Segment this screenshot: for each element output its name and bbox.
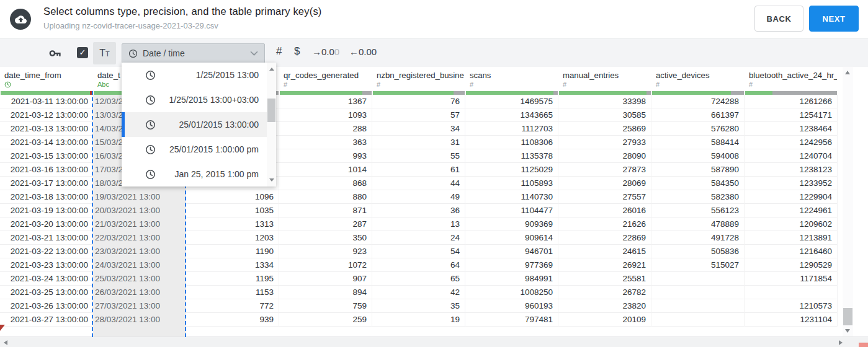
- cell[interactable]: 44: [372, 177, 465, 190]
- column-header-nzbn_registered_busine[interactable]: nzbn_registered_busine#: [372, 67, 465, 91]
- cell[interactable]: 960193: [465, 299, 558, 313]
- cell[interactable]: 36: [372, 204, 465, 217]
- cell[interactable]: 1210573: [745, 299, 838, 313]
- cell[interactable]: 1105893: [465, 177, 558, 190]
- cell[interactable]: 1014: [279, 163, 372, 177]
- cell[interactable]: 1238464: [745, 122, 838, 136]
- number-type-icon[interactable]: #: [276, 45, 282, 58]
- cell[interactable]: 584350: [651, 177, 745, 190]
- cell[interactable]: 28069: [558, 177, 651, 190]
- cell[interactable]: 2021-03-25 13:00:00: [0, 286, 93, 299]
- cell[interactable]: 1203: [186, 231, 279, 245]
- cell[interactable]: 350: [279, 231, 372, 245]
- cell[interactable]: 64: [372, 258, 465, 272]
- cell[interactable]: 880: [279, 190, 372, 204]
- cell[interactable]: 23820: [558, 299, 651, 313]
- cell[interactable]: 35: [372, 299, 465, 313]
- cell[interactable]: 26/03/2021 13:00: [93, 286, 186, 299]
- primary-key-icon[interactable]: [48, 46, 62, 63]
- cell[interactable]: 556123: [651, 204, 745, 217]
- cell[interactable]: 797481: [465, 313, 558, 327]
- cell[interactable]: 871: [279, 204, 372, 217]
- cell[interactable]: 27/03/2021 13:00: [93, 299, 186, 313]
- cell[interactable]: 61: [372, 163, 465, 177]
- cell[interactable]: 515027: [651, 258, 745, 272]
- column-header-qr_codes_generated[interactable]: qr_codes_generated#: [279, 67, 372, 91]
- cell[interactable]: 21/03/2021 13:00: [93, 217, 186, 231]
- dropdown-scrollbar[interactable]: [267, 63, 276, 187]
- cell[interactable]: 2021-03-27 13:00:00: [0, 313, 93, 327]
- cell[interactable]: 1209602: [745, 217, 838, 231]
- cell[interactable]: 1469575: [465, 95, 558, 108]
- cell[interactable]: 1229904: [745, 190, 838, 204]
- cell[interactable]: 28090: [558, 149, 651, 163]
- decrease-decimal-button[interactable]: ←0.00: [349, 46, 377, 57]
- cell[interactable]: 27873: [558, 163, 651, 177]
- cell[interactable]: 65: [372, 272, 465, 286]
- cell[interactable]: 1216460: [745, 245, 838, 258]
- cell[interactable]: 946701: [465, 245, 558, 258]
- cell[interactable]: 2021-03-26 13:00:00: [0, 299, 93, 313]
- cell[interactable]: 909369: [465, 217, 558, 231]
- cell[interactable]: 57: [372, 108, 465, 122]
- cell[interactable]: [651, 313, 745, 327]
- cell[interactable]: 478889: [651, 217, 745, 231]
- cell[interactable]: 30585: [558, 108, 651, 122]
- include-column-checkbox[interactable]: ✓: [77, 47, 88, 58]
- cell[interactable]: 42: [372, 286, 465, 299]
- cell[interactable]: 1224961: [745, 204, 838, 217]
- cell[interactable]: 2021-03-14 13:00:00: [0, 136, 93, 149]
- cell[interactable]: 19/03/2021 13:00: [93, 190, 186, 204]
- cell[interactable]: 2021-03-24 13:00:00: [0, 272, 93, 286]
- format-option[interactable]: 1/25/2015 13:00: [122, 63, 267, 87]
- cell[interactable]: 1153: [186, 286, 279, 299]
- cell[interactable]: 26782: [558, 286, 651, 299]
- cell[interactable]: [651, 299, 745, 313]
- datetime-format-select[interactable]: Date / time: [122, 43, 265, 63]
- format-option[interactable]: Jan 25, 2015 1:00 pm: [122, 162, 267, 187]
- column-header-active_devices[interactable]: active_devices#: [651, 67, 745, 91]
- cell[interactable]: 1213891: [745, 231, 838, 245]
- scroll-right-icon[interactable]: [839, 340, 843, 345]
- cell[interactable]: 772: [186, 299, 279, 313]
- cell[interactable]: 587890: [651, 163, 745, 177]
- cell[interactable]: 25581: [558, 272, 651, 286]
- cell[interactable]: 2021-03-12 13:00:00: [0, 108, 93, 122]
- cell[interactable]: 894: [279, 286, 372, 299]
- currency-type-icon[interactable]: $: [294, 45, 300, 58]
- cell[interactable]: 2021-03-16 13:00:00: [0, 163, 93, 177]
- cell[interactable]: 25/03/2021 13:00: [93, 272, 186, 286]
- cell[interactable]: 13: [372, 217, 465, 231]
- cell[interactable]: 491728: [651, 231, 745, 245]
- cell[interactable]: 1313: [186, 217, 279, 231]
- cell[interactable]: 2021-03-13 13:00:00: [0, 122, 93, 136]
- back-button[interactable]: BACK: [754, 6, 803, 32]
- cell[interactable]: 27557: [558, 190, 651, 204]
- cell[interactable]: 33398: [558, 95, 651, 108]
- cell[interactable]: 54: [372, 245, 465, 258]
- cell[interactable]: 1254171: [745, 108, 838, 122]
- cell[interactable]: 2021-03-20 13:00:00: [0, 217, 93, 231]
- cell[interactable]: 2021-03-17 13:00:00: [0, 177, 93, 190]
- cell[interactable]: 588414: [651, 136, 745, 149]
- cell[interactable]: [651, 286, 745, 299]
- cell[interactable]: [745, 286, 838, 299]
- cell[interactable]: 2021-03-18 13:00:00: [0, 190, 93, 204]
- vertical-scrollbar-thumb[interactable]: [843, 308, 852, 325]
- scroll-left-icon[interactable]: [4, 340, 7, 345]
- increase-decimal-button[interactable]: →0.00: [312, 46, 339, 57]
- cell[interactable]: 26016: [558, 204, 651, 217]
- cell[interactable]: 923: [279, 245, 372, 258]
- cell[interactable]: 582380: [651, 190, 745, 204]
- cell[interactable]: 22/03/2021 13:00: [93, 231, 186, 245]
- cell[interactable]: 55: [372, 149, 465, 163]
- dropdown-scrollbar-thumb[interactable]: [267, 99, 275, 122]
- cell[interactable]: 27933: [558, 136, 651, 149]
- cell[interactable]: 288: [279, 122, 372, 136]
- cell[interactable]: 1140730: [465, 190, 558, 204]
- cell[interactable]: 2021-03-21 13:00:00: [0, 231, 93, 245]
- cell[interactable]: 1334: [186, 258, 279, 272]
- vertical-scrollbar[interactable]: [843, 67, 853, 336]
- cell[interactable]: 259: [279, 313, 372, 327]
- cell[interactable]: 25869: [558, 122, 651, 136]
